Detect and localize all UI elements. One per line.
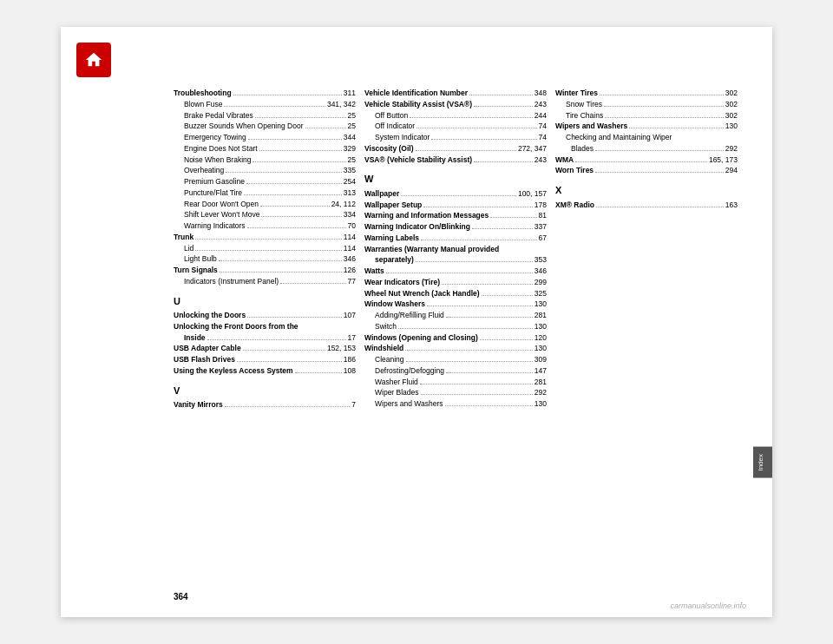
entry-dots [260, 206, 330, 207]
entry-label: Lid [174, 243, 193, 254]
entry-label: Warning and Information Messages [364, 210, 489, 221]
entry-page: 70 [348, 220, 356, 232]
entry-label: Wheel Nut Wrench (Jack Handle) [364, 288, 480, 299]
index-entry: Wallpaper Setup178 [364, 200, 547, 211]
entry-dots [244, 194, 342, 195]
entry-page: 165, 173 [709, 154, 738, 166]
entry-dots [416, 261, 533, 262]
entry-dots [406, 361, 533, 362]
entry-dots [224, 106, 325, 107]
index-entry: separately)353 [364, 254, 547, 266]
entry-page: 292 [535, 387, 547, 398]
entry-dots [629, 128, 724, 128]
entry-page: 353 [535, 254, 547, 266]
entry-dots [237, 361, 342, 362]
entry-dots [233, 95, 342, 95]
entry-dots [596, 207, 724, 207]
entry-label: Blown Fuse [174, 99, 222, 110]
index-entry: Indicators (Instrument Panel)77 [174, 276, 356, 287]
index-entry: Wipers and Washers130 [364, 398, 547, 410]
entry-label: Vanity Mirrors [174, 399, 223, 411]
section-letter-V: V [174, 384, 356, 398]
entry-dots [246, 183, 342, 184]
entry-page: 130 [535, 343, 547, 354]
entry-label: Adding/Refilling Fluid [364, 310, 444, 321]
entry-dots [247, 317, 342, 318]
entry-page: 302 [725, 88, 738, 99]
entry-label: Wipers and Washers [364, 398, 443, 410]
entry-label: Buzzer Sounds When Opening Door [174, 121, 304, 132]
entry-label: Using the Keyless Access System [174, 365, 293, 377]
entry-page: 130 [535, 321, 547, 332]
entry-dots [446, 372, 533, 373]
entry-page: 130 [535, 398, 547, 410]
entry-label: Switch [364, 321, 397, 332]
entry-page: 108 [344, 365, 356, 377]
entry-dots [605, 117, 724, 118]
entry-dots [405, 350, 533, 351]
entry-label: Shift Lever Won't Move [174, 209, 259, 220]
index-entry: Inside17 [174, 332, 356, 344]
entry-dots [421, 394, 533, 395]
index-entry: Vehicle Identification Number348 [364, 88, 547, 99]
entry-page: 254 [344, 176, 356, 187]
index-entry: Troubleshooting311 [174, 88, 356, 99]
entry-label: Window Washers [364, 299, 425, 310]
entry-dots [595, 172, 724, 173]
entry-label: Checking and Maintaining Wiper [555, 132, 672, 143]
column-2: Vehicle Identification Number348Vehicle … [364, 88, 555, 574]
entry-page: 325 [535, 288, 547, 299]
entry-dots [490, 217, 536, 218]
entry-label: XM® Radio [555, 200, 594, 211]
entry-page: 346 [535, 266, 547, 277]
entry-label: Warning Labels [364, 233, 419, 244]
entry-label: Washer Fluid [364, 377, 418, 388]
home-button[interactable] [76, 43, 111, 77]
index-entry: Wallpaper100, 157 [364, 188, 547, 200]
index-entry: Shift Lever Won't Move334 [174, 209, 356, 220]
entry-page: 337 [535, 221, 547, 233]
entry-page: 335 [344, 165, 356, 176]
entry-page: 281 [535, 377, 547, 388]
entry-label: WMA [555, 154, 574, 166]
entry-page: 243 [535, 99, 547, 110]
entry-dots [600, 95, 724, 95]
index-entry: Premium Gasoline254 [174, 176, 356, 187]
entry-label: Trunk [174, 232, 193, 243]
entry-page: 152, 153 [327, 343, 356, 354]
entry-dots [431, 139, 536, 140]
entry-page: 17 [348, 332, 356, 344]
entry-dots [401, 195, 516, 196]
section-letter-W: W [364, 172, 547, 187]
entry-label: Off Button [364, 110, 408, 122]
entry-dots [261, 216, 341, 217]
index-entry: Warning Indicators70 [174, 220, 356, 232]
index-entry: Windows (Opening and Closing)120 [364, 332, 547, 344]
entry-page: 81 [539, 210, 547, 221]
entry-label: Inside [174, 332, 206, 344]
entry-label: Viscosity (Oil) [364, 143, 414, 154]
entry-label: Noise When Braking [174, 154, 251, 166]
entry-label: Overheating [174, 165, 224, 176]
entry-dots [427, 306, 533, 306]
entry-page: 130 [535, 299, 547, 310]
index-entry: Blades292 [555, 143, 738, 154]
index-entry: Unlocking the Doors107 [174, 310, 356, 321]
entry-dots [480, 339, 533, 340]
index-entry: Windshield130 [364, 343, 547, 354]
entry-label: Warranties (Warranty Manual provided [364, 244, 499, 255]
index-entry: Window Washers130 [364, 299, 547, 310]
entry-label: Windows (Opening and Closing) [364, 332, 478, 344]
entry-label: Blades [555, 143, 594, 154]
entry-label: Wiper Blades [364, 387, 419, 398]
index-entry: Defrosting/Defogging147 [364, 365, 547, 377]
entry-page: 341, 342 [327, 99, 356, 110]
entry-label: Troubleshooting [174, 88, 232, 99]
entry-page: 130 [725, 121, 738, 132]
entry-dots [225, 406, 351, 407]
entry-dots [472, 228, 533, 229]
index-entry: Off Button244 [364, 110, 547, 122]
entry-dots [442, 284, 533, 285]
entry-dots [295, 372, 342, 373]
entry-label: Unlocking the Doors [174, 310, 246, 321]
